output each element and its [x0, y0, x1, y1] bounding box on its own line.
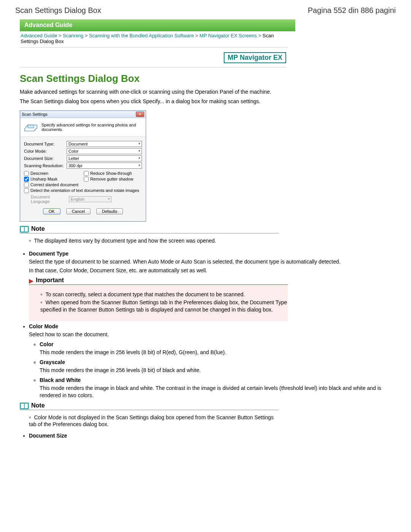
section-title: Document Type [29, 251, 68, 257]
breadcrumb-link[interactable]: Scanning with the Bundled Application So… [89, 33, 194, 38]
breadcrumb-sep: > [258, 33, 261, 38]
section-text: Select how to scan the document. [29, 331, 396, 338]
subitem-title: Grayscale [40, 359, 65, 365]
subitem-title: Color [40, 341, 54, 347]
color-mode-select[interactable]: Color [67, 148, 142, 154]
subitem-text: This mode renders the image in 256 level… [40, 367, 396, 374]
section-text: Select the type of document to be scanne… [29, 258, 396, 265]
document-size-select[interactable]: Letter [67, 155, 142, 161]
breadcrumb-link[interactable]: Advanced Guide [21, 33, 57, 38]
subitem-text: This mode renders the image in black and… [40, 385, 396, 399]
breadcrumb: Advanced Guide > Scanning > Scanning wit… [20, 31, 288, 48]
important-heading: ▶ Important [29, 277, 288, 285]
scan-settings-dialog: Scan Settings ✕ Specify advanced setting… [20, 110, 146, 222]
important-item: To scan correctly, select a document typ… [40, 291, 290, 298]
note-item: The displayed items vary by document typ… [29, 237, 279, 244]
field-label-disabled: Document Language: [31, 195, 69, 204]
page-title: Scan Settings Dialog Box [15, 6, 101, 15]
breadcrumb-sep: > [59, 33, 62, 38]
breadcrumb-sep: > [195, 33, 198, 38]
breadcrumb-link[interactable]: Scanning [63, 33, 83, 38]
defaults-button[interactable]: Defaults [96, 208, 123, 214]
dialog-subtitle: Specify advanced settings for scanning p… [41, 123, 142, 132]
note-icon [20, 226, 29, 233]
subitem-title: Black and White [40, 377, 81, 383]
remove-gutter-checkbox[interactable]: Remove gutter shadow [84, 177, 142, 182]
unsharp-mask-checkbox[interactable]: Unsharp Mask [24, 177, 82, 182]
field-label: Document Size: [24, 156, 67, 161]
close-icon[interactable]: ✕ [136, 112, 144, 117]
field-label: Document Type: [24, 142, 67, 146]
intro-text: The Scan Settings dialog box opens when … [20, 98, 396, 105]
document-language-select: English [69, 196, 112, 202]
section-title: Document Size [29, 433, 67, 439]
main-heading: Scan Settings Dialog Box [20, 73, 396, 85]
ok-button[interactable]: OK [43, 208, 61, 214]
section-text: In that case, Color Mode, Document Size,… [29, 267, 396, 274]
page-counter: Pagina 552 din 886 pagini [308, 6, 396, 15]
descreen-checkbox[interactable]: Descreen [24, 171, 82, 176]
dialog-title: Scan Settings [22, 112, 48, 117]
note-heading: Note [20, 225, 279, 233]
detect-orientation-checkbox[interactable]: Detect the orientation of text documents… [24, 188, 142, 193]
resolution-select[interactable]: 300 dpi [67, 163, 142, 169]
note-item: Color Mode is not displayed in the Scan … [29, 414, 279, 428]
important-icon: ▶ [29, 277, 33, 284]
advanced-guide-bar: Advanced Guide [20, 19, 295, 31]
breadcrumb-link[interactable]: MP Navigator EX Screens [199, 33, 257, 38]
field-label: Color Mode: [24, 149, 67, 153]
section-title: Color Mode [29, 323, 58, 329]
cancel-button[interactable]: Cancel [66, 208, 91, 214]
document-type-select[interactable]: Document [67, 141, 142, 147]
mp-navigator-badge: MP Navigator EX [224, 52, 286, 63]
intro-text: Make advanced settings for scanning with… [20, 88, 396, 96]
scanner-icon [24, 123, 38, 132]
breadcrumb-sep: > [85, 33, 88, 38]
field-label: Scanning Resolution: [24, 163, 67, 168]
note-heading: Note [20, 402, 279, 410]
reduce-showthrough-checkbox[interactable]: Reduce Show-through [84, 171, 142, 176]
note-icon [20, 403, 29, 409]
important-item: When opened from the Scanner Button Sett… [40, 299, 290, 313]
divider [20, 67, 286, 67]
subitem-text: This mode renders the image in 256 level… [40, 349, 396, 356]
correct-slanted-checkbox[interactable]: Correct slanted document [24, 182, 142, 187]
